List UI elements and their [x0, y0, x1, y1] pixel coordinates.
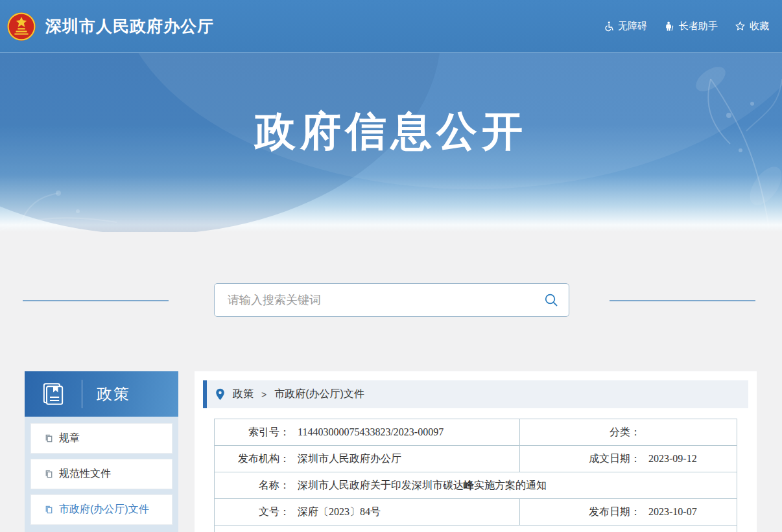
written-date-label: 成文日期： [520, 452, 641, 466]
breadcrumb: 政策 > 市政府(办公厅)文件 [203, 380, 748, 408]
document-number-label: 文号： [215, 505, 290, 519]
location-pin-icon [215, 388, 225, 400]
decorative-line [610, 300, 755, 301]
accessibility-icon [603, 21, 614, 32]
table-row: 名称： 深圳市人民政府关于印发深圳市碳达峰实施方案的通知 [215, 472, 737, 499]
index-number-label: 索引号： [215, 426, 290, 439]
divider [82, 380, 82, 408]
accessibility-link[interactable]: 无障碍 [603, 20, 647, 32]
breadcrumb-separator: > [261, 389, 267, 400]
sidebar-item-label: 规范性文件 [59, 467, 111, 481]
sidebar-item-label: 市政府(办公厅)文件 [59, 503, 149, 516]
written-date-value: 2023-09-12 [648, 453, 697, 465]
highlighted-keyword: 峰 [464, 480, 474, 491]
site-title: 深圳市人民政府办公厅 [45, 16, 214, 37]
document-icon [44, 469, 54, 479]
decorative-line [23, 300, 169, 301]
sidebar-item-municipal-government-documents[interactable]: 市政府(办公厅)文件 [30, 494, 172, 525]
sidebar-item-normative-documents[interactable]: 规范性文件 [30, 459, 172, 489]
search-section [0, 283, 782, 317]
favorite-label: 收藏 [750, 20, 769, 32]
sidebar-item-label: 规章 [59, 432, 80, 445]
page-title: 政府信息公开 [0, 104, 782, 159]
publish-date-label: 发布日期： [520, 505, 641, 519]
page: 深圳市人民政府办公厅 无障碍 长者助手 [0, 0, 782, 532]
table-row [215, 526, 737, 532]
star-icon [735, 21, 746, 32]
issuing-agency-value: 深圳市人民政府办公厅 [298, 452, 401, 466]
breadcrumb-current: 市政府(办公厅)文件 [274, 387, 364, 401]
publish-date-value: 2023-10-07 [648, 506, 697, 518]
national-emblem-icon [6, 12, 36, 41]
document-meta-table: 索引号： 114403000075433823/2023-00097 分类： [214, 419, 737, 532]
accessibility-label: 无障碍 [618, 20, 647, 32]
document-icon [44, 505, 54, 515]
elder-helper-icon [664, 21, 675, 32]
sidebar: 政策 规章 规范性文件 [25, 371, 178, 532]
sidebar-menu: 规章 规范性文件 市政府(办公厅)文 [25, 417, 178, 532]
breadcrumb-root[interactable]: 政策 [233, 387, 254, 401]
issuing-agency-label: 发布机构： [215, 452, 290, 466]
elder-helper-link[interactable]: 长者助手 [664, 20, 718, 32]
table-row: 索引号： 114403000075433823/2023-00097 分类： [215, 419, 737, 446]
elder-helper-label: 长者助手 [679, 20, 718, 32]
index-number-value: 114403000075433823/2023-00097 [298, 426, 444, 438]
top-links: 无障碍 长者助手 收藏 [603, 20, 769, 32]
search-button[interactable] [534, 284, 569, 316]
search-box [214, 283, 569, 317]
search-input[interactable] [215, 294, 534, 307]
sidebar-title: 政策 [97, 384, 130, 404]
top-header-bar: 深圳市人民政府办公厅 无障碍 长者助手 [0, 0, 782, 53]
main-panel: 政策 > 市政府(办公厅)文件 索引号： 114403000075433823/… [195, 371, 757, 532]
search-icon [543, 292, 559, 308]
document-name-label: 名称： [215, 479, 290, 492]
document-number-value: 深府〔2023〕84号 [298, 505, 381, 519]
sidebar-item-regulations[interactable]: 规章 [30, 423, 172, 454]
category-label: 分类： [520, 426, 641, 439]
table-row: 发布机构： 深圳市人民政府办公厅 成文日期： 2023-09-12 [215, 446, 737, 472]
document-icon [44, 434, 54, 443]
page-banner: 政府信息公开 [0, 53, 782, 232]
favorite-link[interactable]: 收藏 [735, 20, 769, 32]
document-name-value: 深圳市人民政府关于印发深圳市碳达峰实施方案的通知 [298, 479, 547, 492]
sidebar-header: 政策 [25, 371, 178, 417]
content-row: 政策 规章 规范性文件 [0, 371, 782, 532]
book-icon [40, 381, 66, 407]
table-row: 文号： 深府〔2023〕84号 发布日期： 2023-10-07 [215, 499, 737, 526]
